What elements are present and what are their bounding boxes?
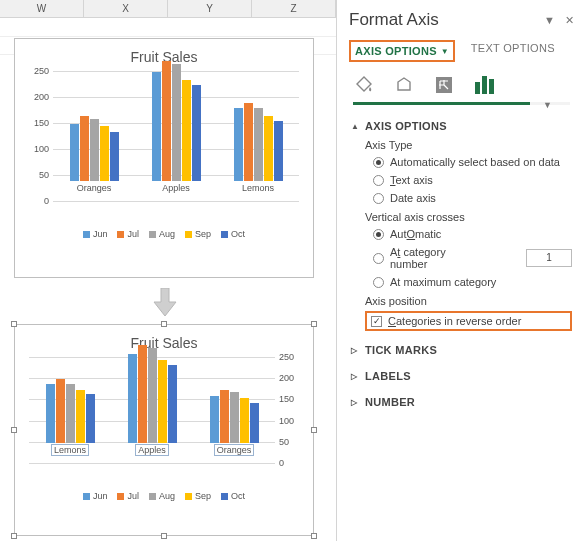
radio-at-category-number[interactable]: At categorynumber1 — [365, 243, 572, 273]
category-number-input[interactable]: 1 — [526, 249, 572, 267]
svg-rect-2 — [482, 76, 487, 94]
fill-icon[interactable] — [353, 74, 375, 96]
chart-legend[interactable]: JunJulAugSepOct — [15, 221, 313, 249]
radio-text-axis[interactable]: Text axis — [365, 171, 572, 189]
col-header[interactable]: Z — [252, 0, 336, 17]
option-category-icons — [337, 68, 586, 98]
radio-at-max-category[interactable]: At maximum category — [365, 273, 572, 291]
close-icon[interactable]: ✕ — [565, 14, 574, 27]
radio-automatic[interactable]: AutOmatic — [365, 225, 572, 243]
resize-handle[interactable] — [311, 533, 317, 539]
chart-fruit-sales-1[interactable]: Fruit Sales 050100150200250 OrangesApple… — [14, 38, 314, 278]
y-axis[interactable]: 050100150200250 — [23, 71, 49, 221]
resize-handle[interactable] — [11, 533, 17, 539]
chart-legend[interactable]: JunJulAugSepOct — [15, 483, 313, 511]
svg-rect-3 — [489, 79, 494, 94]
y-axis[interactable]: 050100150200250 — [279, 357, 305, 483]
pane-title: Format Axis — [349, 10, 439, 30]
cell-grid[interactable]: Fruit Sales 050100150200250 OrangesApple… — [0, 18, 336, 541]
plot-area[interactable]: LemonsApplesOranges — [29, 357, 275, 463]
axis-options-icon[interactable] — [473, 74, 495, 96]
col-header[interactable]: X — [84, 0, 168, 17]
chart-title[interactable]: Fruit Sales — [15, 325, 313, 357]
col-header[interactable]: W — [0, 0, 84, 17]
section-tick-marks[interactable]: ▷TICK MARKS — [351, 341, 572, 359]
tab-axis-options[interactable]: AXIS OPTIONS▼ — [349, 40, 455, 62]
chart-fruit-sales-2[interactable]: Fruit Sales 050100150200250 LemonsApples… — [14, 324, 314, 536]
pane-menu-icon[interactable]: ▼ — [544, 14, 555, 27]
label-vertical-axis-crosses: Vertical axis crosses — [365, 207, 572, 225]
format-axis-pane: Format Axis ▼ ✕ AXIS OPTIONS▼ TEXT OPTIO… — [336, 0, 586, 541]
section-number[interactable]: ▷NUMBER — [351, 393, 572, 411]
size-icon[interactable] — [433, 74, 455, 96]
effects-icon[interactable] — [393, 74, 415, 96]
column-headers: W X Y Z — [0, 0, 336, 18]
chevron-down-icon[interactable]: ▼ — [543, 100, 552, 110]
chart-plot: 050100150200250 OrangesApplesLemons — [15, 71, 313, 221]
resize-handle[interactable] — [161, 321, 167, 327]
col-header[interactable]: Y — [168, 0, 252, 17]
resize-handle[interactable] — [311, 321, 317, 327]
plot-area[interactable]: OrangesApplesLemons — [53, 71, 299, 201]
checkbox-categories-reverse[interactable]: ✓Categories in reverse order — [365, 311, 572, 331]
tab-text-options[interactable]: TEXT OPTIONS — [471, 40, 555, 62]
radio-date-axis[interactable]: Date axis — [365, 189, 572, 207]
label-axis-position: Axis position — [365, 291, 572, 309]
spreadsheet-area: W X Y Z Fruit Sales 050100150200250 Oran… — [0, 0, 336, 541]
resize-handle[interactable] — [161, 533, 167, 539]
radio-auto-select[interactable]: Automatically select based on data — [365, 153, 572, 171]
chart-plot: 050100150200250 LemonsApplesOranges — [15, 357, 313, 483]
label-axis-type: Axis Type — [365, 135, 572, 153]
options-body: ▲AXIS OPTIONS Axis Type Automatically se… — [337, 105, 586, 423]
section-axis-options[interactable]: ▲AXIS OPTIONS — [351, 117, 572, 135]
arrow-down-icon — [150, 288, 180, 316]
section-labels[interactable]: ▷LABELS — [351, 367, 572, 385]
svg-rect-1 — [475, 82, 480, 94]
resize-handle[interactable] — [11, 321, 17, 327]
